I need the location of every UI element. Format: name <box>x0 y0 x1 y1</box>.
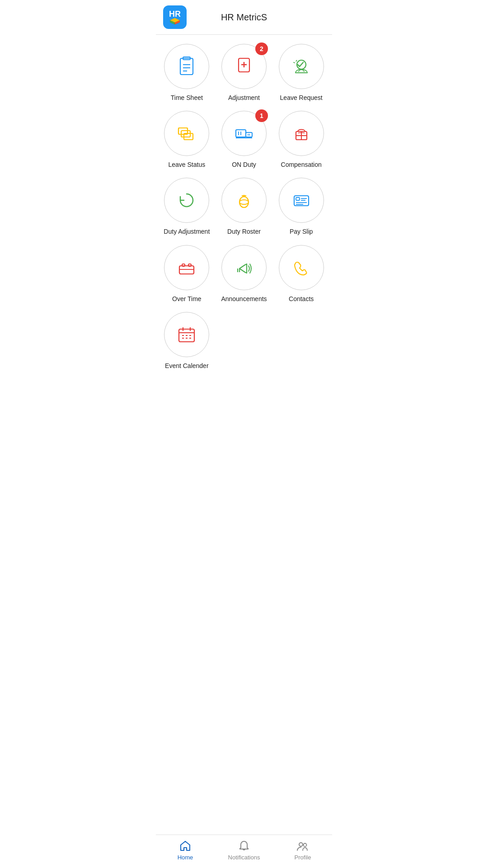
label-leave-status: Leave Status <box>168 160 205 169</box>
svg-rect-39 <box>179 266 194 274</box>
app-logo: HR <box>163 5 187 29</box>
label-time-sheet: Time Sheet <box>171 94 203 102</box>
nav-profile[interactable]: Profile <box>273 840 332 861</box>
icon-circle-duty-adjustment <box>164 178 209 223</box>
menu-item-leave-request[interactable]: Leave Request <box>275 44 328 102</box>
nav-notifications-label: Notifications <box>228 854 260 861</box>
icon-circle-compensation <box>279 111 324 156</box>
menu-item-contacts[interactable]: Contacts <box>275 245 328 303</box>
label-announcements: Announcements <box>221 295 267 303</box>
menu-item-on-duty[interactable]: 1ON Duty <box>218 111 271 169</box>
menu-item-adjustment[interactable]: 2Adjustment <box>218 44 271 102</box>
svg-rect-34 <box>296 198 300 200</box>
icon-circle-pay-slip <box>279 178 324 223</box>
label-adjustment: Adjustment <box>228 94 260 102</box>
svg-rect-3 <box>180 58 193 75</box>
svg-rect-41 <box>188 264 191 266</box>
app-header: HR HR MetricS <box>156 0 332 35</box>
menu-item-over-time[interactable]: Over Time <box>160 245 213 303</box>
nav-profile-label: Profile <box>295 854 311 861</box>
icon-circle-on-duty: 1 <box>221 111 267 156</box>
menu-item-compensation[interactable]: Compensation <box>275 111 328 169</box>
menu-item-announcements[interactable]: Announcements <box>218 245 271 303</box>
label-over-time: Over Time <box>172 295 202 303</box>
icon-circle-announcements <box>221 245 267 290</box>
svg-point-30 <box>239 200 249 204</box>
menu-item-duty-roster[interactable]: Duty Roster <box>218 178 271 236</box>
bottom-nav: Home Notifications Profile <box>156 835 332 868</box>
menu-item-pay-slip[interactable]: Pay Slip <box>275 178 328 236</box>
svg-line-14 <box>293 62 295 63</box>
svg-line-13 <box>296 60 297 61</box>
menu-item-event-calender[interactable]: Event Calender <box>160 312 213 370</box>
nav-notifications[interactable]: Notifications <box>215 840 273 861</box>
main-content: Time Sheet 2Adjustment Leave Request Lea… <box>156 35 332 835</box>
page-title: HR MetricS <box>187 12 301 23</box>
svg-point-29 <box>239 197 249 208</box>
label-leave-request: Leave Request <box>280 94 323 102</box>
label-duty-roster: Duty Roster <box>227 227 261 236</box>
badge-adjustment: 2 <box>255 42 268 55</box>
icon-circle-leave-request <box>279 44 324 89</box>
menu-item-time-sheet[interactable]: Time Sheet <box>160 44 213 102</box>
icon-circle-duty-roster <box>221 178 267 223</box>
icon-circle-event-calender <box>164 312 209 357</box>
menu-item-leave-status[interactable]: Leave Status <box>160 111 213 169</box>
svg-point-56 <box>304 844 307 847</box>
svg-point-55 <box>299 843 303 846</box>
icon-circle-leave-status <box>164 111 209 156</box>
label-contacts: Contacts <box>289 295 314 303</box>
svg-rect-40 <box>182 264 185 266</box>
label-on-duty: ON Duty <box>232 160 256 169</box>
logo-cube-icon <box>170 18 180 24</box>
logo-text: HR <box>169 10 181 18</box>
badge-on-duty: 1 <box>255 109 268 122</box>
label-duty-adjustment: Duty Adjustment <box>164 227 210 236</box>
svg-rect-22 <box>246 132 252 137</box>
label-pay-slip: Pay Slip <box>290 227 313 236</box>
icon-circle-adjustment: 2 <box>221 44 267 89</box>
nav-home-label: Home <box>178 854 193 861</box>
menu-grid: Time Sheet 2Adjustment Leave Request Lea… <box>160 44 328 370</box>
nav-home[interactable]: Home <box>156 840 215 861</box>
icon-circle-contacts <box>279 245 324 290</box>
label-event-calender: Event Calender <box>165 362 209 370</box>
label-compensation: Compensation <box>281 160 322 169</box>
menu-item-duty-adjustment[interactable]: Duty Adjustment <box>160 178 213 236</box>
icon-circle-over-time <box>164 245 209 290</box>
icon-circle-time-sheet <box>164 44 209 89</box>
